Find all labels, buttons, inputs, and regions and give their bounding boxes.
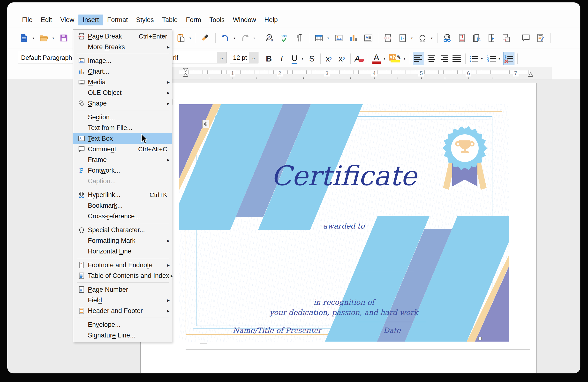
menu-item-table-of-contents-and-index[interactable]: Table of Contents and Index▸ [73, 270, 172, 281]
menu-item-field[interactable]: Field▸ [73, 295, 172, 305]
certificate-image[interactable]: Certificate awarded to in recognition of… [179, 104, 509, 341]
chevron-down-icon[interactable]: ▾ [51, 30, 55, 45]
menu-item-bookmark[interactable]: Bookmark... [73, 200, 172, 211]
menubar-item-format[interactable]: Format [103, 15, 132, 25]
align-left-button[interactable] [413, 52, 424, 65]
chevron-down-icon[interactable]: ▾ [232, 30, 237, 45]
clone-formatting-button[interactable] [199, 30, 212, 45]
font-color-button[interactable]: A [371, 52, 382, 65]
chevron-down-icon[interactable]: ▾ [480, 51, 484, 66]
menu-item-ole-object[interactable]: OLE Object▸ [73, 87, 172, 98]
footnote-button[interactable]: 1 [456, 30, 468, 45]
bold-button[interactable]: B [263, 52, 274, 65]
chevron-down-icon[interactable]: ⌄ [217, 52, 226, 63]
formatting-marks-button[interactable] [293, 30, 306, 45]
bullet-list-button[interactable] [468, 52, 480, 65]
chevron-down-icon[interactable]: ▾ [252, 30, 256, 45]
menu-item-text-from-file[interactable]: Text from File... [73, 123, 172, 133]
menu-item-section[interactable]: Section... [73, 112, 172, 123]
menu-item-hyperlink[interactable]: Hyperlink...Ctrl+K [73, 190, 172, 200]
menu-item-text-box[interactable]: AText Box [73, 133, 172, 144]
bookmark-button[interactable] [485, 30, 498, 45]
numbered-list-button[interactable]: 123 [486, 52, 497, 65]
menubar-item-edit[interactable]: Edit [37, 15, 56, 25]
subscript-button[interactable]: x2 [336, 52, 347, 65]
selection-handle-icon[interactable] [478, 337, 482, 340]
chevron-down-icon[interactable]: ▾ [402, 51, 407, 66]
clear-formatting-button[interactable]: A [354, 52, 365, 65]
chevron-down-icon[interactable]: ⌄ [249, 52, 258, 63]
menu-item-image[interactable]: Image... [73, 55, 172, 66]
page-break-button[interactable] [382, 30, 394, 45]
save-button[interactable] [58, 30, 70, 45]
chevron-down-icon[interactable]: ▾ [382, 51, 387, 66]
insert-field-button[interactable]: [-] [396, 30, 409, 45]
menu-item-formatting-mark[interactable]: Formatting Mark▸ [73, 235, 172, 246]
image-anchor-icon[interactable] [202, 120, 209, 128]
cross-reference-button[interactable]: [i] [470, 30, 483, 45]
menu-item-more-breaks[interactable]: More Breaks▸ [73, 42, 172, 52]
insert-chart-button[interactable] [347, 30, 360, 45]
menu-item-chart[interactable]: Chart... [73, 66, 172, 77]
menubar-item-view[interactable]: View [56, 15, 78, 25]
menu-item-header-and-footer[interactable]: Header and Footer▸ [73, 305, 172, 316]
document-page[interactable]: Certificate awarded to in recognition of… [140, 83, 537, 373]
insert-table-button[interactable] [313, 30, 325, 45]
menu-item-footnote-and-endnote[interactable]: 1Footnote and Endnote▸ [73, 260, 172, 270]
undo-button[interactable] [219, 30, 231, 45]
special-character-button[interactable] [416, 30, 429, 45]
chevron-down-icon[interactable]: ▾ [326, 30, 330, 45]
menu-item-comment[interactable]: CommentCtrl+Alt+C [73, 144, 172, 154]
menubar-item-tools[interactable]: Tools [205, 15, 229, 25]
menu-item-media[interactable]: Media▸ [73, 77, 172, 87]
italic-button[interactable]: I [276, 52, 287, 65]
superscript-button[interactable]: x2 [323, 52, 335, 65]
redo-button[interactable] [239, 30, 252, 45]
menu-item-shape[interactable]: Shape▸ [73, 98, 172, 109]
menubar-item-help[interactable]: Help [260, 15, 282, 25]
align-center-button[interactable] [426, 52, 437, 65]
comment-button[interactable] [520, 30, 532, 45]
menubar-item-styles[interactable]: Styles [132, 15, 158, 25]
no-list-button[interactable]: 123✕ [503, 52, 514, 65]
menu-item-envelope[interactable]: Envelope... [73, 319, 172, 330]
menu-item-signature-line[interactable]: Signature Line... [73, 330, 172, 340]
chevron-down-icon[interactable]: ▾ [429, 30, 434, 45]
menubar-item-window[interactable]: Window [229, 15, 260, 25]
menu-item-special-character[interactable]: Special Character... [73, 225, 172, 235]
track-changes-button[interactable] [534, 30, 547, 45]
menu-item-page-number[interactable]: #Page Number [73, 284, 172, 295]
justify-button[interactable] [451, 52, 462, 65]
menubar-item-insert[interactable]: Insert [78, 15, 103, 25]
menu-item-page-break[interactable]: Page BreakCtrl+Enter [73, 31, 172, 42]
chevron-down-icon[interactable]: ▾ [497, 51, 502, 66]
menu-item-frame[interactable]: Frame▸ [73, 154, 172, 165]
menu-item-fontwork[interactable]: FFontwork... [73, 165, 172, 176]
new-doc-button[interactable] [18, 30, 30, 45]
paste-button[interactable] [175, 30, 187, 45]
underline-button[interactable]: U [289, 52, 300, 65]
indent-marker-right[interactable] [528, 72, 533, 78]
spelling-button[interactable]: abc [278, 30, 291, 45]
menu-item-caption[interactable]: Caption... [73, 176, 172, 186]
menu-item-cross-reference[interactable]: Cross-reference... [73, 211, 172, 221]
open-folder-button[interactable] [38, 30, 50, 45]
hyperlink-button[interactable] [441, 30, 453, 45]
insert-image-button[interactable] [333, 30, 345, 45]
insert-textbox-button[interactable]: A [362, 30, 375, 45]
section-button[interactable] [500, 30, 512, 45]
chevron-down-icon[interactable]: ▾ [31, 30, 36, 45]
horizontal-ruler[interactable]: 1234567 [143, 67, 552, 79]
strikethrough-button[interactable]: S [306, 52, 317, 65]
highlight-color-button[interactable]: ab✎ [388, 52, 402, 65]
chevron-down-icon[interactable]: ▾ [188, 30, 192, 45]
align-right-button[interactable] [439, 52, 450, 65]
chevron-down-icon[interactable]: ▾ [300, 51, 305, 66]
menu-item-horizontal-line[interactable]: Horizontal Line [73, 246, 172, 257]
find-replace-button[interactable]: ad [264, 30, 276, 45]
menubar-item-table[interactable]: Table [158, 15, 182, 25]
menubar-item-file[interactable]: File [18, 15, 37, 25]
indent-marker-left[interactable] [183, 68, 188, 78]
chevron-down-icon[interactable]: ▾ [410, 30, 414, 45]
menubar-item-form[interactable]: Form [182, 15, 205, 25]
